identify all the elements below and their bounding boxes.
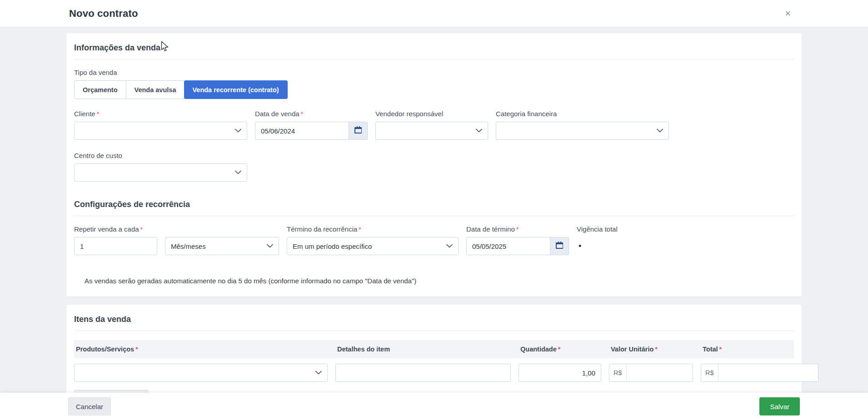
detalhes-input[interactable]	[335, 364, 511, 382]
termino-select-value: Em um período específico	[293, 242, 372, 250]
required-mark: *	[719, 346, 722, 353]
save-button[interactable]: Salvar	[759, 397, 800, 415]
section-title-items: Itens da venda	[74, 315, 794, 324]
valor-unitario-group: R$	[609, 364, 693, 382]
dialog-header: Novo contrato ×	[0, 0, 868, 27]
vendedor-select[interactable]	[375, 122, 488, 140]
categoria-select[interactable]	[496, 122, 669, 140]
data-venda-input[interactable]	[255, 122, 349, 140]
col-detalhes: Detalhes do item	[335, 346, 511, 353]
sale-type-label: Tipo da venda	[74, 69, 794, 77]
data-venda-calendar-button[interactable]	[349, 122, 368, 140]
field-centro-custo: Centro de custo	[74, 152, 247, 182]
field-termino: Término da recorrência* Em um período es…	[287, 225, 459, 255]
chevron-down-icon	[446, 244, 453, 248]
items-table-header: Produtos/Serviços* Detalhes do item Quan…	[74, 340, 794, 358]
field-vigencia: Vigência total •	[577, 225, 618, 255]
sale-info-card: Informações da venda Tipo da venda Orçam…	[66, 33, 802, 296]
centro-custo-select[interactable]	[74, 163, 247, 182]
required-mark: *	[655, 346, 658, 353]
total-group: R$	[701, 364, 818, 382]
vendedor-label: Vendedor responsável	[375, 110, 488, 118]
field-cliente: Cliente*	[74, 110, 247, 140]
calendar-icon	[556, 242, 564, 251]
vigencia-value: •	[577, 237, 618, 255]
chevron-down-icon	[657, 129, 663, 133]
recurrence-note: As vendas serão geradas automaticamente …	[85, 277, 794, 285]
col-produtos: Produtos/Serviços*	[74, 346, 328, 353]
required-mark: *	[359, 225, 361, 233]
field-data-termino: Data de término*	[466, 225, 569, 255]
valor-unitario-input[interactable]	[627, 364, 693, 381]
currency-prefix: R$	[609, 364, 627, 381]
data-venda-label: Data de venda*	[255, 110, 368, 118]
repetir-input[interactable]	[74, 237, 157, 255]
field-periodo: Mês/meses	[165, 237, 279, 255]
cliente-label: Cliente*	[74, 110, 247, 118]
recurrence-fields-row: Repetir venda a cada* Mês/meses Término …	[74, 225, 794, 255]
termino-select[interactable]: Em um período específico	[287, 237, 459, 255]
chevron-down-icon	[235, 129, 241, 133]
chevron-down-icon	[315, 371, 322, 375]
divider	[74, 59, 794, 59]
section-title-recurrence: Configurações de recorrência	[74, 200, 794, 209]
centro-custo-label: Centro de custo	[74, 152, 247, 160]
repetir-label: Repetir venda a cada*	[74, 225, 157, 233]
tab-venda-avulsa[interactable]: Venda avulsa	[126, 80, 185, 99]
tab-orcamento[interactable]: Orçamento	[74, 80, 126, 99]
categoria-label: Categoria financeira	[496, 110, 669, 118]
sale-type-toggle: Orçamento Venda avulsa Venda recorrente …	[74, 80, 288, 99]
vigencia-label: Vigência total	[577, 225, 618, 233]
required-mark: *	[301, 110, 304, 118]
data-termino-group	[466, 237, 569, 255]
col-total: Total*	[701, 346, 794, 353]
chevron-down-icon	[267, 244, 273, 248]
sale-fields-row: Cliente* Data de venda*	[74, 110, 794, 140]
dialog-footer: Cancelar Salvar	[0, 393, 868, 420]
centro-custo-row: Centro de custo	[74, 152, 794, 182]
calendar-icon	[354, 126, 362, 135]
chevron-down-icon	[476, 129, 482, 133]
currency-prefix: R$	[701, 364, 718, 381]
divider	[74, 216, 794, 216]
required-mark: *	[140, 225, 143, 233]
periodo-select-value: Mês/meses	[171, 242, 206, 250]
data-termino-calendar-button[interactable]	[550, 237, 569, 255]
produto-select[interactable]	[74, 364, 328, 382]
cancel-button[interactable]: Cancelar	[68, 397, 111, 415]
chevron-down-icon	[235, 171, 241, 175]
col-quantidade: Quantidade*	[519, 346, 601, 353]
field-data-venda: Data de venda*	[255, 110, 368, 140]
data-termino-input[interactable]	[466, 237, 550, 255]
quantidade-input[interactable]	[519, 364, 601, 382]
field-repetir: Repetir venda a cada*	[74, 225, 157, 255]
items-card: Itens da venda Produtos/Serviços* Detalh…	[66, 305, 802, 394]
field-vendedor: Vendedor responsável	[375, 110, 488, 140]
required-mark: *	[558, 346, 561, 353]
items-table-row: R$ R$	[74, 364, 794, 382]
termino-label: Término da recorrência*	[287, 225, 459, 233]
total-input[interactable]	[718, 364, 818, 381]
tab-venda-recorrente[interactable]: Venda recorrente (contrato)	[184, 80, 287, 99]
required-mark: *	[516, 225, 519, 233]
dialog-body: Informações da venda Tipo da venda Orçam…	[0, 27, 868, 394]
page-title: Novo contrato	[69, 8, 138, 20]
col-valor-unitario: Valor Unitário*	[609, 346, 693, 353]
section-title-sale-info: Informações da venda	[74, 43, 794, 53]
data-termino-label: Data de término*	[466, 225, 569, 233]
divider	[74, 331, 794, 331]
cliente-select[interactable]	[74, 122, 247, 140]
required-mark: *	[135, 346, 138, 353]
field-categoria: Categoria financeira	[496, 110, 669, 140]
close-icon[interactable]: ×	[781, 7, 794, 20]
required-mark: *	[97, 110, 100, 118]
page: Novo contrato × Informações da venda Tip…	[0, 0, 868, 394]
periodo-select[interactable]: Mês/meses	[165, 237, 279, 255]
data-venda-group	[255, 122, 368, 140]
